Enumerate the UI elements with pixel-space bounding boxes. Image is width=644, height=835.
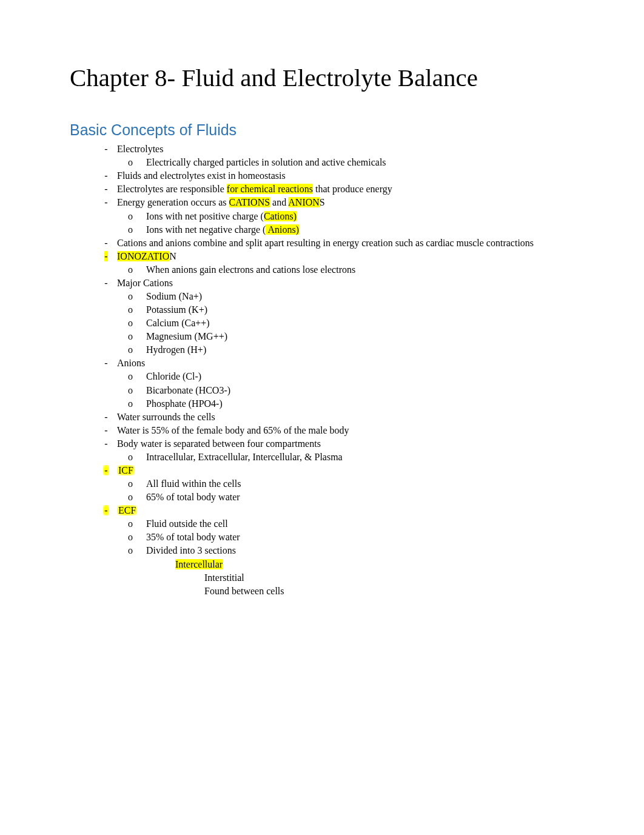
text-span: Energy generation occurs as bbox=[117, 197, 229, 207]
circle-marker: o bbox=[128, 397, 146, 411]
list-text: ICF bbox=[117, 464, 574, 477]
list-item: - Anions bbox=[70, 357, 574, 370]
circle-marker: o bbox=[128, 330, 146, 343]
list-item: Intercellular bbox=[70, 558, 574, 571]
circle-marker: o bbox=[128, 491, 146, 504]
highlight: IONOZATIO bbox=[117, 251, 169, 261]
list-item: - ECF bbox=[70, 504, 574, 517]
dash-marker: - bbox=[99, 437, 113, 451]
list-item: - Water surrounds the cells bbox=[70, 411, 574, 424]
list-text: Fluids and electrolytes exist in homeost… bbox=[117, 169, 574, 183]
circle-marker: o bbox=[128, 544, 146, 557]
list-text: ECF bbox=[117, 504, 574, 517]
highlight: CATIONS bbox=[229, 197, 270, 207]
text-span: that produce energy bbox=[313, 184, 392, 194]
highlight: Intercellular bbox=[175, 559, 223, 569]
list-text: Electrolytes are responsible for chemica… bbox=[117, 183, 574, 196]
list-item: oCalcium (Ca++) bbox=[70, 317, 574, 330]
text-span: S bbox=[320, 197, 325, 207]
dash-marker: - bbox=[99, 357, 113, 370]
list-text: Electrically charged particles in soluti… bbox=[146, 156, 574, 169]
highlight: - bbox=[103, 505, 109, 515]
list-item: oBicarbonate (HCO3-) bbox=[70, 384, 574, 397]
list-item: oMagnesium (MG++) bbox=[70, 330, 574, 343]
list-text: Fluid outside the cell bbox=[146, 517, 574, 531]
list-item: - Major Cations bbox=[70, 277, 574, 290]
list-item: o When anions gain electrons and cations… bbox=[70, 263, 574, 277]
list-text: Ions with net negative charge ( Anions) bbox=[146, 223, 574, 236]
list-text: All fluid within the cells bbox=[146, 477, 574, 491]
document-content: - Electrolytes o Electrically charged pa… bbox=[70, 143, 574, 598]
list-item: oPotassium (K+) bbox=[70, 303, 574, 317]
page-title: Chapter 8- Fluid and Electrolyte Balance bbox=[70, 64, 574, 92]
list-text: Divided into 3 sections bbox=[146, 544, 574, 557]
list-item: - Water is 55% of the female body and 65… bbox=[70, 424, 574, 437]
list-text: Water is 55% of the female body and 65% … bbox=[117, 424, 574, 437]
text-span: Ions with net negative charge ( bbox=[146, 224, 266, 235]
list-item: oFluid outside the cell bbox=[70, 517, 574, 531]
list-text: 65% of total body water bbox=[146, 491, 574, 504]
circle-marker: o bbox=[128, 517, 146, 531]
section-heading: Basic Concepts of Fluids bbox=[70, 121, 574, 139]
list-item: oChloride (Cl-) bbox=[70, 370, 574, 383]
highlight: - bbox=[103, 465, 109, 475]
list-item: - IONOZATION bbox=[70, 250, 574, 263]
list-item: oIntracellular, Extracellular, Intercell… bbox=[70, 451, 574, 464]
list-item: Found between cells bbox=[70, 585, 574, 598]
circle-marker: o bbox=[128, 343, 146, 357]
dash-marker: - bbox=[99, 236, 113, 250]
list-text: Magnesium (MG++) bbox=[146, 330, 574, 343]
list-text: 35% of total body water bbox=[146, 531, 574, 544]
dash-marker: - bbox=[99, 183, 113, 196]
list-item: - Body water is separated between four c… bbox=[70, 437, 574, 451]
list-item: - Fluids and electrolytes exist in homeo… bbox=[70, 169, 574, 183]
list-text: Bicarbonate (HCO3-) bbox=[146, 384, 574, 397]
list-text: IONOZATION bbox=[117, 250, 574, 263]
circle-marker: o bbox=[128, 303, 146, 317]
list-item: oHydrogen (H+) bbox=[70, 343, 574, 357]
circle-marker: o bbox=[128, 156, 146, 169]
dash-marker: - bbox=[99, 169, 113, 183]
list-text: Potassium (K+) bbox=[146, 303, 574, 317]
list-text: Found between cells bbox=[204, 585, 574, 598]
highlight: ANION bbox=[288, 197, 320, 207]
dash-marker: - bbox=[99, 464, 113, 477]
list-item: o Ions with net positive charge (Cations… bbox=[70, 210, 574, 223]
list-text: When anions gain electrons and cations l… bbox=[146, 263, 574, 277]
list-text: Calcium (Ca++) bbox=[146, 317, 574, 330]
dash-marker: - bbox=[99, 411, 113, 424]
highlight: ECF bbox=[117, 505, 137, 515]
dash-marker: - bbox=[99, 196, 113, 209]
circle-marker: o bbox=[128, 317, 146, 330]
circle-marker: o bbox=[128, 263, 146, 277]
circle-marker: o bbox=[128, 384, 146, 397]
dash-marker: - bbox=[99, 143, 113, 156]
list-text: Intercellular bbox=[175, 558, 574, 571]
list-item: oSodium (Na+) bbox=[70, 290, 574, 303]
list-text: Ions with net positive charge (Cations) bbox=[146, 210, 574, 223]
highlight: Anions) bbox=[266, 224, 299, 235]
list-item: o35% of total body water bbox=[70, 531, 574, 544]
bullet-marker-icon bbox=[186, 571, 204, 574]
text-span: N bbox=[169, 251, 176, 261]
circle-marker: o bbox=[128, 210, 146, 223]
list-text: Major Cations bbox=[117, 277, 574, 290]
list-text: Interstitial bbox=[204, 571, 574, 585]
highlight: ICF bbox=[117, 465, 135, 475]
square-marker-icon bbox=[157, 558, 175, 560]
bullet-marker-icon bbox=[186, 585, 204, 587]
list-item: oAll fluid within the cells bbox=[70, 477, 574, 491]
list-text: Body water is separated between four com… bbox=[117, 437, 574, 451]
circle-marker: o bbox=[128, 370, 146, 383]
list-text: Hydrogen (H+) bbox=[146, 343, 574, 357]
list-item: - Electrolytes bbox=[70, 143, 574, 156]
dash-marker: - bbox=[99, 277, 113, 290]
circle-marker: o bbox=[128, 531, 146, 544]
list-item: - ICF bbox=[70, 464, 574, 477]
list-text: Energy generation occurs as CATIONS and … bbox=[117, 196, 574, 209]
list-item: o Electrically charged particles in solu… bbox=[70, 156, 574, 169]
list-item: o65% of total body water bbox=[70, 491, 574, 504]
highlight: - bbox=[104, 251, 107, 261]
list-text: Electrolytes bbox=[117, 143, 574, 156]
list-item: - Cations and anions combine and split a… bbox=[70, 236, 574, 250]
